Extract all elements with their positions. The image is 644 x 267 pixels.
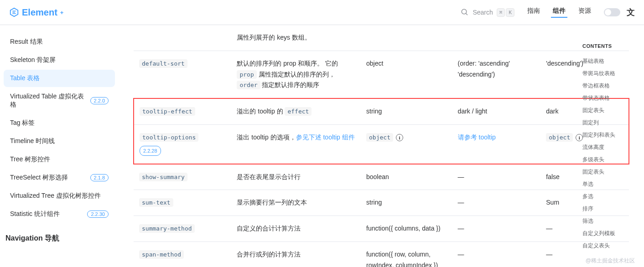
toc-item[interactable]: 排序: [582, 203, 639, 215]
prop-accepted-cell: 请参考 tooltip: [452, 124, 541, 164]
nav-link-资源[interactable]: 资源: [576, 7, 593, 18]
prop-name: span-method: [139, 250, 184, 259]
sidebar-item-label: Result 结果: [10, 38, 43, 46]
prop-name-cell: [134, 25, 231, 51]
prop-desc-cell: 自定义的合计计算方法: [231, 216, 361, 242]
prop-name: sum-text: [139, 198, 173, 207]
search-icon: [461, 8, 469, 16]
toc-item[interactable]: 固定列和表头: [582, 129, 639, 141]
prop-accepted-cell: —: [452, 190, 541, 216]
sidebar-item[interactable]: Virtualized Table 虚拟化表格2.2.0: [4, 88, 115, 113]
toc-item[interactable]: 带斑马纹表格: [582, 67, 639, 80]
nav-link-指南[interactable]: 指南: [525, 7, 542, 18]
language-switch-icon[interactable]: 文: [627, 7, 635, 18]
nav-link-组件[interactable]: 组件: [551, 7, 567, 18]
sidebar-item-label: Tree 树形控件: [10, 155, 50, 164]
sidebar-item[interactable]: Timeline 时间线: [4, 133, 115, 150]
search-box[interactable]: Search ⌘ K: [461, 8, 514, 17]
prop-accepted-cell: (order: 'ascending' 'descending'): [452, 51, 541, 98]
prop-type-cell: objecti: [361, 124, 452, 164]
table-row: sum-text显示摘要行第一列的文本string—Sum: [134, 190, 629, 216]
logo-plus: +: [60, 9, 64, 16]
inline-code: order: [237, 81, 260, 89]
sidebar-item[interactable]: Tag 标签: [4, 114, 115, 132]
sidebar-item-label: Tag 标签: [10, 119, 35, 127]
search-label: Search: [473, 9, 493, 16]
header-nav: 指南组件资源: [525, 7, 593, 18]
prop-type-cell: boolean: [361, 164, 452, 190]
prop-name-cell: show-summary: [134, 164, 231, 190]
sidebar-item[interactable]: Result 结果: [4, 33, 115, 51]
toc-item[interactable]: 多级表头: [582, 154, 639, 166]
sidebar-left: Result 结果Skeleton 骨架屏Table 表格Virtualized…: [0, 25, 119, 267]
prop-name: show-summary: [139, 173, 187, 181]
doc-link[interactable]: 请参考 tooltip: [458, 134, 496, 141]
prop-name-cell: tooltip-effect: [134, 98, 231, 124]
info-icon[interactable]: i: [396, 134, 403, 141]
prop-name: tooltip-effect: [140, 107, 195, 116]
prop-accepted-cell: —: [452, 216, 541, 242]
toc-item[interactable]: 带边框表格: [582, 80, 639, 92]
toc-item[interactable]: 固定列: [582, 117, 639, 129]
table-row: tooltip-options2.2.28溢出 tooltip 的选项，参见下述…: [134, 124, 629, 164]
toc-item[interactable]: 自定义列模板: [582, 227, 639, 240]
logo[interactable]: Element +: [9, 7, 63, 18]
prop-desc-cell: 溢出的 tooltip 的 effect: [231, 98, 361, 124]
watermark: @稀土掘金技术社区: [586, 257, 635, 265]
prop-name: default-sort: [139, 59, 187, 68]
version-badge: 2.1.8: [90, 174, 109, 181]
prop-name-cell: sum-text: [134, 190, 231, 216]
main-content: 属性列展开的 keys 数组。default-sort默认的排序列的 prop …: [119, 25, 644, 267]
prop-desc-cell: 属性列展开的 keys 数组。: [231, 25, 361, 51]
doc-link[interactable]: 参见下述 tooltip 组件: [296, 134, 355, 141]
sidebar-item-label: Virtualized Table 虚拟化表格: [10, 92, 90, 109]
sidebar-item-label: Statistic 统计组件: [10, 210, 60, 218]
prop-desc-cell: 溢出 tooltip 的选项，参见下述 tooltip 组件: [231, 124, 361, 164]
element-logo-icon: [9, 7, 19, 17]
prop-type-cell: object: [361, 51, 452, 98]
table-row: 属性列展开的 keys 数组。: [134, 25, 629, 51]
prop-accepted-cell: [452, 25, 541, 51]
toc-sidebar: CONTENTS 基础表格带斑马纹表格带边框表格带状态表格固定表头固定列固定列和…: [578, 25, 644, 261]
sidebar-item[interactable]: Skeleton 骨架屏: [4, 51, 115, 69]
prop-type-cell: function({ columns, data }): [361, 216, 452, 242]
version-badge: 2.2.28: [140, 146, 161, 156]
toc-item[interactable]: 流体高度: [582, 141, 639, 154]
prop-name-cell: summary-method: [134, 216, 231, 242]
prop-type-cell: function({ row, column, rowIndex, column…: [361, 241, 452, 267]
api-table: 属性列展开的 keys 数组。default-sort默认的排序列的 prop …: [133, 25, 629, 267]
table-row: summary-method自定义的合计计算方法function({ colum…: [134, 216, 629, 242]
inline-code: object: [546, 133, 573, 142]
sidebar-item-label: Virtualized Tree 虚拟化树形控件: [10, 192, 101, 200]
version-badge: 2.2.30: [87, 211, 109, 218]
toc-item[interactable]: 带状态表格: [582, 92, 639, 104]
prop-desc-cell: 是否在表尾显示合计行: [231, 164, 361, 190]
toc-item[interactable]: 固定表头: [582, 104, 639, 117]
sidebar-item[interactable]: Statistic 统计组件2.2.30: [4, 205, 115, 223]
toc-item[interactable]: 筛选: [582, 215, 639, 227]
toc-item[interactable]: 固定表头: [582, 166, 639, 178]
prop-type-cell: string: [361, 98, 452, 124]
sidebar-item[interactable]: TreeSelect 树形选择2.1.8: [4, 169, 115, 186]
toc-item[interactable]: 基础表格: [582, 55, 639, 67]
prop-desc-cell: 显示摘要行第一列的文本: [231, 190, 361, 216]
theme-toggle[interactable]: [604, 8, 620, 16]
svg-point-0: [462, 9, 467, 14]
sidebar-item[interactable]: Tree 树形控件: [4, 151, 115, 168]
version-badge: 2.2.0: [90, 97, 109, 104]
app-header: Element + Search ⌘ K 指南组件资源 文: [0, 0, 644, 25]
prop-type-cell: string: [361, 190, 452, 216]
toc-item[interactable]: 多选: [582, 190, 639, 203]
search-kbd: ⌘ K: [497, 8, 514, 17]
prop-accepted-cell: dark / light: [452, 98, 541, 124]
prop-desc-cell: 默认的排序列的 prop 和顺序。 它的 prop 属性指定默认的排序的列，or…: [231, 51, 361, 98]
table-row: show-summary是否在表尾显示合计行boolean—false: [134, 164, 629, 190]
sidebar-item[interactable]: Virtualized Tree 虚拟化树形控件: [4, 187, 115, 205]
sidebar-item-label: Timeline 时间线: [10, 137, 55, 145]
prop-accepted-cell: —: [452, 164, 541, 190]
sidebar-item-label: TreeSelect 树形选择: [10, 174, 68, 182]
toc-item[interactable]: 单选: [582, 178, 639, 190]
sidebar-item[interactable]: Table 表格: [4, 70, 115, 87]
logo-text: Element: [22, 7, 57, 18]
toc-item[interactable]: 自定义表头: [582, 240, 639, 252]
